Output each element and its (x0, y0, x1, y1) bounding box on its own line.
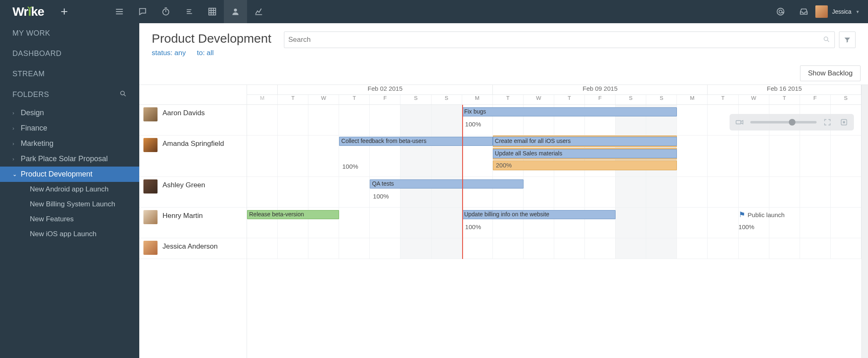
screen-recorder-overlay (730, 114, 854, 131)
list-icon[interactable] (177, 0, 201, 23)
filter-button[interactable] (839, 31, 856, 48)
svg-point-4 (779, 10, 782, 13)
person-row-amanda[interactable]: Amanda Springfield (139, 135, 247, 177)
nav-my-work[interactable]: MY WORK (0, 23, 139, 44)
search-input[interactable] (289, 36, 823, 44)
person-row-henry[interactable]: Henry Martin (139, 208, 247, 238)
chevron-right-icon: › (12, 140, 17, 147)
svg-rect-9 (843, 121, 845, 123)
avatar (143, 138, 158, 152)
workload-percent: 100% (465, 121, 481, 128)
folder-android-launch[interactable]: New Android app Launch (0, 182, 139, 197)
folder-ios-launch[interactable]: New iOS app Launch (0, 227, 139, 242)
content-header: Product Development status: any to: all (139, 23, 868, 62)
hamburger-icon[interactable] (108, 0, 131, 23)
today-indicator (462, 105, 463, 259)
workload-percent: 200% (496, 162, 512, 169)
nav-stream[interactable]: STREAM (0, 64, 139, 84)
task-bar-update-sales[interactable]: Update all Sales materials (493, 149, 677, 158)
folder-park-place[interactable]: ›Park Place Solar Proposal (0, 151, 139, 167)
folder-product-development[interactable]: ⌄Product Development (0, 167, 139, 182)
mention-icon[interactable] (769, 0, 792, 23)
main: MY WORK DASHBOARD STREAM FOLDERS ›Design… (0, 23, 868, 358)
person-icon[interactable] (224, 0, 247, 23)
folder-billing-launch[interactable]: New Billing System Launch (0, 197, 139, 212)
day-header: M T W T F S S M T W T F S S M (247, 95, 861, 105)
avatar (143, 210, 158, 224)
camera-icon[interactable] (734, 116, 745, 128)
svg-point-3 (777, 8, 784, 15)
chat-icon[interactable] (131, 0, 154, 23)
folder-finance[interactable]: ›Finance (0, 121, 139, 136)
add-button[interactable]: + (61, 5, 68, 19)
nav-folders[interactable]: FOLDERS (0, 84, 139, 105)
avatar (143, 179, 158, 194)
avatar (143, 107, 158, 121)
top-bar: Wrĭke + Jessica ▼ (0, 0, 868, 23)
grid-icon[interactable] (201, 0, 224, 23)
search-box (284, 31, 835, 48)
chevron-right-icon: › (12, 125, 17, 131)
flag-icon: ⚑ (739, 210, 745, 219)
user-avatar (815, 5, 828, 18)
folder-tree: ›Design ›Finance ›Marketing ›Park Place … (0, 105, 139, 250)
page-title: Product Development (152, 31, 272, 46)
svg-rect-7 (736, 121, 741, 124)
milestone-public-launch[interactable]: ⚑Public launch (739, 210, 785, 219)
sidebar: MY WORK DASHBOARD STREAM FOLDERS ›Design… (0, 23, 139, 358)
chevron-right-icon: › (12, 110, 17, 116)
folder-marketing[interactable]: ›Marketing (0, 136, 139, 151)
chevron-right-icon: › (12, 156, 17, 162)
gantt-row (247, 238, 861, 259)
filter-status[interactable]: status: any (152, 49, 186, 57)
view-switcher (108, 0, 270, 23)
svg-point-5 (121, 91, 124, 95)
stop-icon[interactable] (838, 116, 850, 128)
task-bar-collect-feedback[interactable]: Collect feedback from beta-users (339, 137, 493, 146)
week-header: Feb 02 2015 Feb 09 2015 Feb 16 2015 (247, 85, 861, 95)
scrollbar[interactable] (861, 85, 868, 358)
search-icon[interactable] (823, 36, 830, 44)
task-bar-release-beta[interactable]: Release beta-version (247, 210, 339, 219)
svg-point-6 (824, 37, 828, 41)
chevron-down-icon: ▼ (856, 10, 860, 14)
task-bar-fix-bugs[interactable]: Fix bugs (462, 107, 677, 116)
workload-percent: 100% (465, 223, 481, 230)
recorder-slider[interactable] (750, 121, 817, 123)
timer-icon[interactable] (154, 0, 177, 23)
task-bar-create-email[interactable]: Create email for all iOS users (493, 137, 677, 146)
gantt-timeline[interactable]: Feb 02 2015 Feb 09 2015 Feb 16 2015 M T … (247, 85, 861, 358)
person-row-aaron[interactable]: Aaron Davids (139, 105, 247, 135)
search-icon[interactable] (119, 90, 127, 99)
person-row-jessica[interactable]: Jessica Anderson (139, 238, 247, 259)
nav-dashboard[interactable]: DASHBOARD (0, 44, 139, 64)
workload-percent: 100% (342, 163, 358, 170)
svg-rect-1 (209, 8, 216, 15)
folder-new-features[interactable]: New Features (0, 212, 139, 227)
slider-knob[interactable] (789, 119, 795, 126)
chevron-down-icon: ⌄ (12, 171, 17, 177)
fullscreen-icon[interactable] (822, 116, 833, 128)
task-bar-qa-tests[interactable]: QA tests (370, 179, 524, 189)
person-row-ashley[interactable]: Ashley Green (139, 177, 247, 208)
svg-point-0 (163, 9, 169, 15)
task-bar-update-billing[interactable]: Update billing info on the website (462, 210, 616, 219)
overload-pct-bar (493, 160, 677, 170)
gantt-people-column: Aaron Davids Amanda Springfield Ashley G… (139, 85, 247, 358)
folder-design[interactable]: ›Design (0, 105, 139, 121)
gantt-row: QA tests 100% (247, 177, 861, 208)
gantt-row: Release beta-version Update billing info… (247, 208, 861, 238)
workload-percent: 100% (373, 193, 389, 200)
workload-gantt: Aaron Davids Amanda Springfield Ashley G… (139, 85, 868, 358)
chart-icon[interactable] (247, 0, 270, 23)
gantt-row: Collect feedback from beta-users Create … (247, 135, 861, 177)
user-name: Jessica (832, 8, 851, 15)
app-logo: Wrĭke (12, 5, 44, 19)
svg-point-2 (234, 9, 237, 12)
show-backlog-button[interactable]: Show Backlog (800, 65, 861, 81)
filter-to[interactable]: to: all (197, 49, 214, 57)
inbox-icon[interactable] (792, 0, 815, 23)
workload-percent: 100% (739, 223, 754, 230)
user-menu[interactable]: Jessica ▼ (815, 5, 868, 18)
avatar (143, 241, 158, 255)
